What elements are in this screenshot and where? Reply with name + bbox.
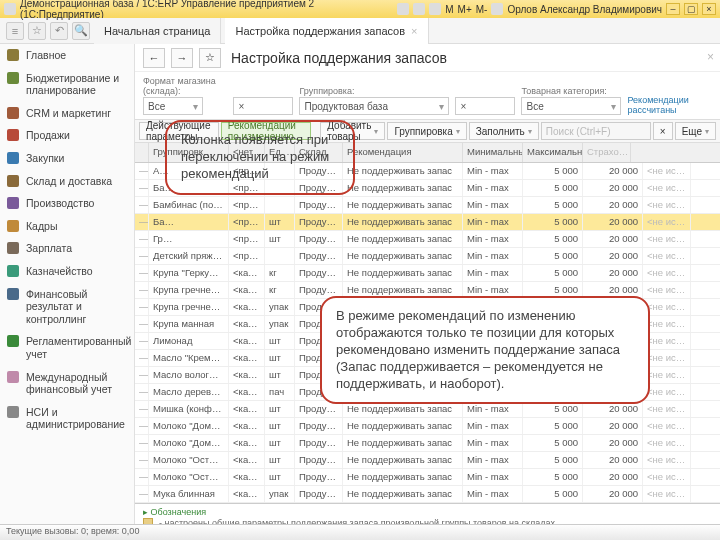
- mem-m[interactable]: М: [445, 4, 453, 15]
- mem-mplus[interactable]: М+: [458, 4, 472, 15]
- cell: Бамбинас (по…: [149, 197, 229, 213]
- search-input[interactable]: Поиск (Ctrl+F): [541, 122, 651, 140]
- cell: <не ис…: [643, 163, 691, 179]
- table-row[interactable]: —Крупа манная<каза…упакПродукт…Не поддер…: [135, 316, 720, 333]
- grid-header-cell[interactable]: Склад: [295, 143, 343, 162]
- cell: <каза…: [229, 350, 265, 366]
- sidebar-icon: [7, 175, 19, 187]
- fill-button[interactable]: Заполнить▾: [469, 122, 539, 140]
- cell: —: [135, 299, 149, 315]
- calendar-icon[interactable]: [429, 3, 441, 15]
- filter-group-select[interactable]: Продуктовая база▾: [299, 97, 449, 115]
- table-row[interactable]: —Мишка (конф…<каза…штПродукт…Не поддержи…: [135, 401, 720, 418]
- sidebar-item-2[interactable]: CRM и маркетинг: [0, 102, 134, 125]
- grouping-button[interactable]: Группировка▾: [387, 122, 466, 140]
- cell: —: [135, 333, 149, 349]
- table-row[interactable]: —Масло дерев…<каза…пачПродукт…Не поддерж…: [135, 384, 720, 401]
- sidebar-item-label: Производство: [26, 197, 94, 209]
- grid-header-cell[interactable]: <нет …: [229, 143, 265, 162]
- cell: Молоко "Ост…: [149, 469, 229, 485]
- filter-format-clear[interactable]: ×: [233, 97, 293, 115]
- table-row[interactable]: —Масло "Крем…<каза…штПродукт…Не поддержи…: [135, 350, 720, 367]
- tab-current[interactable]: Настройка поддержания запасов×: [225, 18, 428, 44]
- table-row[interactable]: —Масло волог…<каза…штПродукт…Не поддержи…: [135, 367, 720, 384]
- maximize-button[interactable]: ▢: [684, 3, 698, 15]
- table-row[interactable]: —Ба…<про…штПродукт…Не поддерживать запас…: [135, 214, 720, 231]
- cell: Продукт…: [295, 248, 343, 264]
- grid-header-cell[interactable]: Ед. …: [265, 143, 295, 162]
- menu-icon[interactable]: ≡: [6, 22, 24, 40]
- table-row[interactable]: —Детский пряж…<про…Продукт…Не поддержива…: [135, 248, 720, 265]
- sidebar-item-8[interactable]: Зарплата: [0, 237, 134, 260]
- sidebar-item-4[interactable]: Закупки: [0, 147, 134, 170]
- cell: Продукт…: [295, 333, 343, 349]
- search-icon[interactable]: 🔍: [72, 22, 90, 40]
- close-icon[interactable]: ×: [411, 25, 417, 37]
- tab-active-params[interactable]: Действующие параметры: [139, 122, 219, 140]
- cell: <про…: [229, 231, 265, 247]
- close-button[interactable]: ×: [702, 3, 716, 15]
- grid-header-cell[interactable]: Максимальный…: [523, 143, 583, 162]
- print-icon[interactable]: [397, 3, 409, 15]
- star-icon[interactable]: ☆: [28, 22, 46, 40]
- cell: Молоко "Дом…: [149, 435, 229, 451]
- panel-close-icon[interactable]: ×: [707, 50, 714, 64]
- table-row[interactable]: —Молоко "Ост…<каза…штПродукт…Не поддержи…: [135, 452, 720, 469]
- recommendations-link[interactable]: Рекомендации рассчитаны: [627, 95, 712, 115]
- table-row[interactable]: —А…<про…Продукт…Не поддерживать запасMin…: [135, 163, 720, 180]
- sidebar-item-7[interactable]: Кадры: [0, 215, 134, 238]
- cell: 5 000: [523, 350, 583, 366]
- sidebar-item-6[interactable]: Производство: [0, 192, 134, 215]
- mem-mminus[interactable]: М-: [476, 4, 488, 15]
- sidebar-item-label: Главное: [26, 49, 66, 61]
- table-row[interactable]: —Лимонад<каза…штПродукт…Не поддерживать …: [135, 333, 720, 350]
- calc-icon[interactable]: [413, 3, 425, 15]
- table-row[interactable]: —Бамбинас (по…<про…Продукт…Не поддержива…: [135, 197, 720, 214]
- sidebar-item-5[interactable]: Склад и доставка: [0, 170, 134, 193]
- grid-header-cell[interactable]: Страхо…: [583, 143, 631, 162]
- search-go-button[interactable]: ×: [653, 122, 673, 140]
- sidebar-item-3[interactable]: Продажи: [0, 124, 134, 147]
- cell: 5 000: [523, 367, 583, 383]
- table-row[interactable]: —Крупа гречне…<каза…кгПродукт…Не поддерж…: [135, 282, 720, 299]
- filter-category-select[interactable]: Все▾: [521, 97, 621, 115]
- filter-format-select[interactable]: Все▾: [143, 97, 203, 115]
- nav-back-icon[interactable]: ←: [143, 48, 165, 68]
- sidebar-item-11[interactable]: Регламентированный учет: [0, 330, 134, 365]
- favorite-star-icon[interactable]: ☆: [199, 48, 221, 68]
- grid-header-cell[interactable]: [135, 143, 149, 162]
- more-button[interactable]: Еще▾: [675, 122, 716, 140]
- history-icon[interactable]: ↶: [50, 22, 68, 40]
- grid-header-cell[interactable]: Группировк…: [149, 143, 229, 162]
- cell: —: [135, 418, 149, 434]
- minimize-button[interactable]: –: [666, 3, 680, 15]
- cell: Гр…: [149, 231, 229, 247]
- table-row[interactable]: —Молоко "Дом…<каза…штПродукт…Не поддержи…: [135, 435, 720, 452]
- table-row[interactable]: —Молоко "Дом…<каза…штПродукт…Не поддержи…: [135, 418, 720, 435]
- cell: Min - max: [463, 316, 523, 332]
- sidebar-item-1[interactable]: Бюджетирование и планирование: [0, 67, 134, 102]
- table-row[interactable]: —Молоко "Ост…<каза…штПродукт…Не поддержи…: [135, 469, 720, 486]
- tab-home[interactable]: Начальная страница: [94, 18, 221, 44]
- cell: пач: [265, 384, 295, 400]
- sidebar-icon: [7, 72, 19, 84]
- sidebar-item-12[interactable]: Международный финансовый учет: [0, 366, 134, 401]
- sidebar-item-0[interactable]: Главное: [0, 44, 134, 67]
- cell: 5 000: [523, 299, 583, 315]
- filter-group-clear[interactable]: ×: [455, 97, 515, 115]
- grid-header-cell[interactable]: Рекомендация: [343, 143, 463, 162]
- table-row[interactable]: —Гр…<про…штПродукт…Не поддерживать запас…: [135, 231, 720, 248]
- cell: 5 000: [523, 333, 583, 349]
- table-row[interactable]: —Крупа гречне…<каза…упакПродукт…Не подде…: [135, 299, 720, 316]
- cell: Не поддерживать запас: [343, 350, 463, 366]
- grid-header-cell[interactable]: Минимальный …: [463, 143, 523, 162]
- table-row[interactable]: —Мука блинная<каза…упакПродукт…Не поддер…: [135, 486, 720, 503]
- table-row[interactable]: —Крупа "Герку…<каза…кгПродукт…Не поддерж…: [135, 265, 720, 282]
- add-goods-button[interactable]: Добавить товары▾: [320, 122, 385, 140]
- nav-fwd-icon[interactable]: →: [171, 48, 193, 68]
- tab-recommendations[interactable]: Рекомендации по изменению: [221, 122, 311, 140]
- sidebar-item-10[interactable]: Финансовый результат и контроллинг: [0, 283, 134, 331]
- table-row[interactable]: —Ба…<про…Продукт…Не поддерживать запасMi…: [135, 180, 720, 197]
- sidebar-item-13[interactable]: НСИ и администрирование: [0, 401, 134, 436]
- sidebar-item-9[interactable]: Казначейство: [0, 260, 134, 283]
